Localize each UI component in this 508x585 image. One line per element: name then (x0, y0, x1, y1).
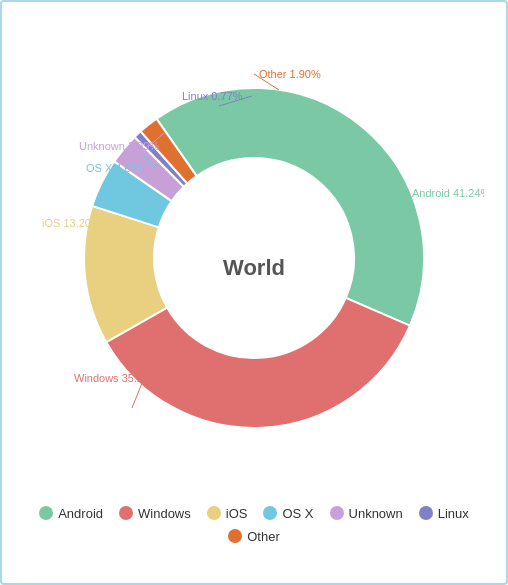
legend-label: Unknown (349, 506, 403, 521)
chart-legend: AndroidWindowsiOSOS XUnknownLinuxOther (2, 498, 506, 548)
svg-text:OS X 4.66%: OS X 4.66% (86, 162, 147, 174)
legend-color (419, 506, 433, 520)
legend-label: Android (58, 506, 103, 521)
legend-item: OS X (263, 506, 313, 521)
legend-label: Other (247, 529, 280, 544)
legend-label: Windows (138, 506, 191, 521)
legend-color (263, 506, 277, 520)
legend-label: iOS (226, 506, 248, 521)
svg-text:Windows 35.24%: Windows 35.24% (74, 372, 159, 384)
legend-color (39, 506, 53, 520)
legend-item: iOS (207, 506, 248, 521)
legend-color (330, 506, 344, 520)
svg-text:iOS 13.20%: iOS 13.20% (42, 217, 101, 229)
legend-color (207, 506, 221, 520)
legend-item: Other (228, 529, 280, 544)
legend-item: Windows (119, 506, 191, 521)
legend-color (119, 506, 133, 520)
svg-text:Unknown 2.99%: Unknown 2.99% (79, 140, 159, 152)
svg-text:Android 41.24%: Android 41.24% (412, 187, 484, 199)
svg-text:Linux 0.77%: Linux 0.77% (182, 90, 243, 102)
legend-label: OS X (282, 506, 313, 521)
legend-item: Linux (419, 506, 469, 521)
donut-chart: Android 41.24%Windows 35.24%iOS 13.20%OS… (24, 38, 484, 498)
legend-label: Linux (438, 506, 469, 521)
legend-color (228, 529, 242, 543)
svg-text:Other 1.90%: Other 1.90% (259, 68, 321, 80)
chart-svg: Android 41.24%Windows 35.24%iOS 13.20%OS… (24, 38, 484, 498)
legend-item: Android (39, 506, 103, 521)
legend-item: Unknown (330, 506, 403, 521)
